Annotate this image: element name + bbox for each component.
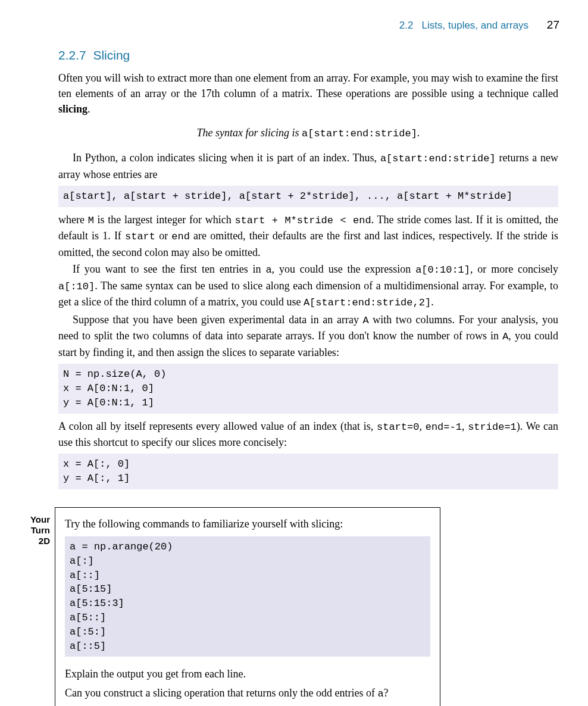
inline-code: start [125,231,155,242]
inline-code: a [265,264,271,276]
inline-code: end [171,231,190,242]
syntax-line: The syntax for slicing is a[start:end:st… [58,125,558,142]
inline-code: a [377,688,383,699]
your-turn-section: Your Turn 2D Try the following commands … [25,507,440,706]
header-page-number: 27 [547,18,559,31]
inline-code: a[:10] [58,281,95,292]
para-first-ten: If you want to see the first ten entries… [58,261,558,311]
body-content: Often you will wish to extract more than… [58,70,558,489]
para-colon-alone: A colon all by itself represents every a… [58,418,558,451]
inline-code: M [88,215,94,226]
subsection-heading: 2.2.7 Slicing [58,46,559,64]
your-turn-q2: Can you construct a slicing operation th… [65,685,430,702]
code-block-entries: a[start], a[start + stride], a[start + 2… [58,186,558,207]
inline-code: stride=1 [468,421,517,433]
your-turn-box: Try the following commands to familiariz… [55,507,440,706]
inline-code: A[start:end:stride,2] [304,297,431,308]
inline-code: start=0 [377,421,419,433]
your-turn-q1: Explain the output you get from each lin… [65,666,430,682]
para-colon: In Python, a colon indicates slicing whe… [58,150,558,182]
header-section: 2.2 Lists, tuples, and arrays [399,20,528,31]
para-experimental: Suppose that you have been given experim… [58,312,558,360]
inline-code: a[start:end:stride] [380,153,496,164]
inline-code: end=-1 [426,421,462,433]
syntax-code: a[start:end:stride] [302,128,417,139]
para-m: where M is the largest integer for which… [58,212,558,260]
inline-code: a[0:10:1] [415,264,470,276]
inline-code: A [363,315,369,326]
inline-code: start + M*stride < end [234,215,371,226]
code-block-split: N = np.size(A, 0) x = A[0:N:1, 0] y = A[… [58,364,558,413]
inline-code: A [502,331,508,342]
your-turn-intro: Try the following commands to familiariz… [65,516,430,532]
code-block-concise: x = A[:, 0] y = A[:, 1] [58,454,558,489]
page-header: 2.2 Lists, tuples, and arrays 27 [29,17,559,33]
your-turn-code: a = np.arange(20) a[:] a[::] a[5:15] a[5… [65,536,430,657]
your-turn-label: Your Turn 2D [25,507,55,706]
para-intro: Often you will wish to extract more than… [58,70,558,117]
